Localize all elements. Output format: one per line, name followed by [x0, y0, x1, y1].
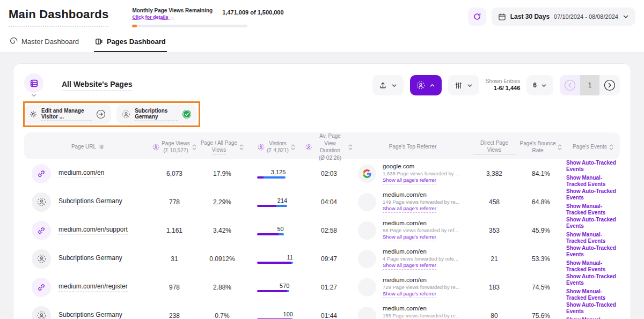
date-range-value: 07/10/2024 - 08/08/2024 [554, 13, 618, 20]
page-title: Main Dashboards [9, 8, 108, 27]
segment-chip[interactable]: Subcriptions Germany [116, 105, 197, 124]
show-auto-tracked-events-link[interactable]: Show Auto-Tracked Events [566, 217, 620, 229]
visitors-value: 3,125 [257, 169, 286, 175]
refresh-button[interactable] [468, 8, 486, 26]
sort-icon[interactable] [239, 144, 244, 150]
page-url[interactable]: Subcriptions Germany [58, 311, 122, 319]
person-icon [122, 110, 130, 118]
page-url[interactable]: Subcriptions Germany [58, 254, 122, 263]
show-auto-tracked-events-link[interactable]: Show Auto-Tracked Events [566, 245, 620, 258]
page-url[interactable]: Subcriptions Germany [58, 197, 122, 206]
page-views-value: 1,161 [152, 227, 197, 234]
table-row[interactable]: Subcriptions Germany 31 0.0912% 11 09:47 [24, 244, 620, 273]
table-row[interactable]: medium.com/en/register 978 2.88% 570 01:… [24, 273, 620, 301]
visitors-value: 570 [257, 283, 289, 289]
page-views-value: 31 [152, 255, 197, 263]
direct-views-value: 3,382 [473, 170, 516, 177]
show-auto-tracked-events-link[interactable]: Show Auto-Tracked Events [566, 160, 620, 173]
date-range-picker[interactable]: Last 30 Days 07/10/2024 - 08/08/2024 [492, 8, 635, 26]
avg-duration-value: 04:04 [305, 198, 353, 206]
avg-duration-value: 01:27 [305, 284, 353, 291]
page-url[interactable]: medium.com/en/support [58, 226, 128, 235]
chevron-down-icon [467, 83, 473, 88]
check-circle-icon [182, 109, 192, 119]
referrer-name: medium.com/en [383, 276, 460, 284]
data-source-selector[interactable] [24, 73, 43, 97]
sort-icon[interactable] [609, 144, 613, 150]
edit-visitor-chip[interactable]: Edit and Manage Visitor ... [24, 105, 111, 124]
table-row[interactable]: medium.com/en/support 1,161 3.42% 50 02:… [24, 216, 620, 244]
page-views-value: 778 [152, 198, 197, 206]
col-page-share[interactable]: Page / All PageViews [197, 139, 247, 155]
referrer-avatar [358, 193, 376, 211]
table-row[interactable]: medium.com/en 6,073 17.9% 3,125 02:03 [24, 159, 620, 188]
visitors-value: 100 [257, 311, 293, 317]
quota-details-link[interactable]: Click for details → [132, 14, 213, 20]
show-auto-tracked-events-link[interactable]: Show Auto-Tracked Events [566, 302, 620, 315]
next-page-button[interactable] [599, 75, 620, 95]
show-manual-tracked-events-link[interactable]: Show Manual-Tracked Events [566, 232, 620, 244]
table-header: Page URL Page Views(Σ 10,527) Page / All… [24, 132, 620, 159]
arrow-right-circle-icon [96, 109, 106, 119]
page-share-value: 3.42% [197, 227, 247, 234]
prev-page-button[interactable] [560, 75, 580, 95]
show-manual-tracked-events-link[interactable]: Show Manual-Tracked Events [566, 203, 620, 216]
page-size-select[interactable]: 6 [526, 75, 553, 95]
direct-views-value: 21 [473, 255, 516, 263]
referrer-detail: 149 Page views forwarded by re... [383, 199, 460, 205]
visitors-bar: 100 [257, 311, 296, 319]
show-all-referrers-link[interactable]: Show all page's referrer [383, 205, 436, 213]
current-page: 1 [580, 75, 599, 95]
show-manual-tracked-events-link[interactable]: Show Manual-Tracked Events [566, 175, 620, 188]
sliders-icon [455, 81, 463, 90]
show-auto-tracked-events-link[interactable]: Show Auto-Tracked Events [566, 273, 620, 286]
content-area: All Website's Pages [0, 53, 644, 319]
avg-duration-value: 09:47 [305, 255, 353, 263]
export-button[interactable] [372, 75, 404, 95]
visitors-bar: 50 [257, 226, 296, 235]
google-icon [358, 165, 376, 183]
show-manual-tracked-events-link[interactable]: Show Manual-Tracked Events [566, 288, 620, 301]
show-all-referrers-link[interactable]: Show all page's referrer [383, 262, 436, 270]
page-size-value: 6 [533, 81, 537, 89]
show-all-referrers-link[interactable]: Show all page's referrer [383, 177, 436, 184]
refresh-icon [473, 12, 481, 21]
col-duration[interactable]: Av. Page ViewDuration(Ø 02:26) [305, 132, 353, 161]
shown-entries-label: Shown Entries [486, 78, 520, 85]
show-manual-tracked-events-link[interactable]: Show Manual-Tracked Events [566, 317, 620, 319]
person-icon [32, 306, 51, 319]
show-all-referrers-link[interactable]: Show all page's referrer [383, 291, 436, 298]
tab-pages-dashboard[interactable]: Pages Dashboard [94, 33, 167, 52]
person-icon [258, 144, 265, 151]
col-visitors[interactable]: Visitors(Σ 4,821) [247, 140, 305, 154]
direct-views-value: 183 [473, 284, 516, 291]
col-bounce-rate[interactable]: Page's BounceRate [516, 140, 566, 154]
pages-table-card: All Website's Pages [13, 63, 631, 319]
sort-icon[interactable] [348, 144, 353, 150]
quota-progress-bar [132, 25, 247, 27]
col-page-views[interactable]: Page Views(Σ 10,527) [152, 140, 197, 154]
visitors-bar: 570 [257, 283, 296, 292]
table-row[interactable]: Subcriptions Germany 238 0.7% 100 01:44 [24, 301, 620, 319]
filter-columns-button[interactable] [448, 75, 479, 95]
show-auto-tracked-events-link[interactable]: Show Auto-Tracked Events [566, 188, 620, 201]
visitor-segment-button[interactable] [410, 75, 442, 95]
visitors-bar-blue [279, 233, 284, 235]
visitors-value: 214 [257, 197, 287, 204]
direct-views-value: 353 [473, 227, 516, 234]
tab-master-dashboard[interactable]: Master Dashboard [9, 33, 80, 52]
sort-icon[interactable] [291, 144, 295, 150]
col-page-url[interactable]: Page URL [24, 143, 152, 151]
page-url[interactable]: medium.com/en/register [58, 283, 128, 292]
col-events[interactable]: Page's Events [566, 143, 620, 151]
show-all-referrers-link[interactable]: Show all page's referrer [383, 234, 436, 241]
bounce-rate-value: 53.3% [516, 255, 566, 263]
page-views-value: 978 [152, 284, 197, 291]
page-url[interactable]: medium.com/en [58, 169, 104, 178]
date-preset-label: Last 30 Days [510, 13, 550, 20]
visitors-bar: 214 [257, 197, 296, 207]
show-manual-tracked-events-link[interactable]: Show Manual-Tracked Events [566, 260, 620, 273]
sort-icon[interactable] [192, 144, 196, 150]
table-row[interactable]: Subcriptions Germany 778 2.29% 214 04:04 [24, 188, 620, 216]
sort-icon[interactable] [558, 144, 562, 150]
